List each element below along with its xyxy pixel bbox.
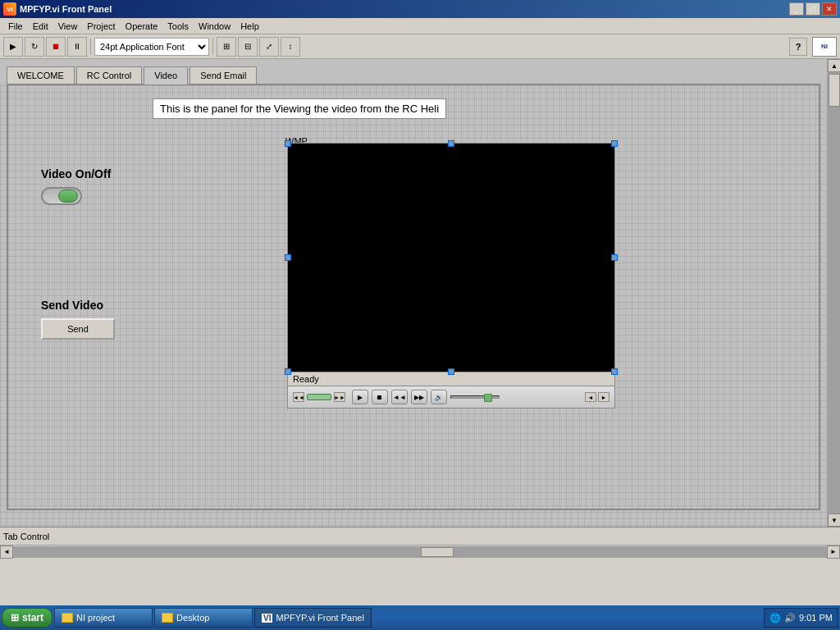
toolbar-run-button[interactable]: ▶ bbox=[3, 37, 23, 57]
ctrl-right: ◄ ► bbox=[585, 392, 609, 402]
scroll-track bbox=[828, 72, 840, 514]
handle-bl[interactable] bbox=[285, 368, 291, 375]
taskbar-item-frontpanel[interactable]: VI MPFYP.vi Front Panel bbox=[254, 608, 372, 628]
horizontal-scrollbar: ◄ ► bbox=[0, 545, 840, 558]
menu-operate[interactable]: Operate bbox=[121, 20, 163, 33]
folder-icon-2 bbox=[162, 613, 173, 623]
volume-slider[interactable] bbox=[450, 395, 500, 399]
mini-controls-left: ◄◄ ►► bbox=[293, 392, 345, 402]
start-button[interactable]: ⊞ start bbox=[2, 608, 52, 628]
handle-tl[interactable] bbox=[285, 140, 291, 147]
toolbar-align-button[interactable]: ⊞ bbox=[217, 37, 236, 57]
video-player-container: Ready ◄◄ ►► ▶ ⏹ ◄◄ ▶▶ 🔊 bbox=[287, 143, 615, 409]
volume-track[interactable] bbox=[450, 395, 500, 399]
mute-button[interactable]: 🔊 bbox=[431, 390, 447, 404]
video-mini-btn-1[interactable]: ◄◄ bbox=[293, 392, 304, 402]
toolbar-sep-2 bbox=[212, 39, 213, 55]
taskbar: ⊞ start NI project Desktop VI MPFYP.vi F… bbox=[0, 605, 840, 630]
scroll-down-button[interactable]: ▼ bbox=[828, 514, 840, 527]
toolbar-reorder-button[interactable]: ↕ bbox=[281, 37, 300, 57]
video-mini-btn-2[interactable]: ►► bbox=[334, 392, 345, 402]
video-controls: ◄◄ ►► ▶ ⏹ ◄◄ ▶▶ 🔊 ◄ bbox=[287, 386, 615, 409]
taskbar-ni-project-label: NI project bbox=[76, 613, 115, 623]
minimize-button[interactable]: _ bbox=[789, 2, 804, 16]
stop-button[interactable]: ⏹ bbox=[372, 390, 388, 404]
fast-forward-button[interactable]: ▶▶ bbox=[411, 390, 427, 404]
handle-br[interactable] bbox=[611, 368, 618, 375]
clock: 9:01 PM bbox=[799, 613, 833, 623]
title-bar: VI MPFYP.vi Front Panel _ □ ✕ bbox=[0, 0, 840, 18]
close-button[interactable]: ✕ bbox=[822, 2, 837, 16]
vertical-scrollbar: ▲ ▼ bbox=[827, 59, 840, 527]
tab-bar: WELCOME RC Control Video Send Email bbox=[0, 59, 827, 84]
menu-window[interactable]: Window bbox=[194, 20, 235, 33]
handle-bc[interactable] bbox=[448, 368, 454, 375]
toolbar-resize-button[interactable]: ⤢ bbox=[259, 37, 279, 57]
status-text: Tab Control bbox=[3, 532, 49, 541]
menu-project[interactable]: Project bbox=[82, 20, 120, 33]
menu-bar: File Edit View Project Operate Tools Win… bbox=[0, 18, 840, 34]
send-video-button[interactable]: Send bbox=[41, 318, 115, 340]
taskbar-item-desktop[interactable]: Desktop bbox=[154, 608, 253, 628]
title-bar-text: VI MPFYP.vi Front Panel bbox=[3, 2, 112, 16]
network-icon: 🌐 bbox=[769, 613, 781, 623]
tab-rc-control[interactable]: RC Control bbox=[76, 66, 142, 84]
taskbar-frontpanel-label: MPFYP.vi Front Panel bbox=[276, 613, 363, 623]
scroll-thumb[interactable] bbox=[829, 74, 840, 107]
tab-video[interactable]: Video bbox=[144, 66, 188, 84]
tab-panel: This is the panel for the Viewing the vi… bbox=[7, 84, 820, 510]
toolbar-pause-button[interactable]: ⏸ bbox=[67, 37, 87, 57]
taskbar-system-tray: 🌐 🔊 9:01 PM bbox=[764, 608, 838, 628]
menu-view[interactable]: View bbox=[53, 20, 83, 33]
help-button[interactable]: ? bbox=[789, 38, 807, 56]
h-scroll-left-button[interactable]: ◄ bbox=[0, 546, 13, 559]
volume-thumb[interactable] bbox=[484, 394, 492, 402]
h-scroll-right-button[interactable]: ► bbox=[827, 546, 840, 559]
title-bar-buttons: _ □ ✕ bbox=[789, 2, 837, 16]
ni-logo: NI bbox=[812, 37, 837, 57]
toolbar-abort-button[interactable]: ⏹ bbox=[46, 37, 66, 57]
menu-edit[interactable]: Edit bbox=[28, 20, 53, 33]
volume-icon: 🔊 bbox=[784, 613, 796, 623]
handle-tr[interactable] bbox=[611, 140, 618, 147]
app-icon: VI bbox=[3, 2, 16, 16]
handle-tc[interactable] bbox=[448, 140, 454, 147]
rewind-button[interactable]: ◄◄ bbox=[391, 390, 408, 404]
ctrl-mini-1[interactable]: ◄ bbox=[585, 392, 596, 402]
taskbar-item-ni-project[interactable]: NI project bbox=[54, 608, 153, 628]
h-scroll-track bbox=[13, 546, 827, 558]
video-screen bbox=[287, 143, 615, 372]
handle-mr[interactable] bbox=[611, 254, 618, 261]
toggle-thumb bbox=[58, 189, 78, 203]
toolbar-distribute-button[interactable]: ⊟ bbox=[238, 37, 258, 57]
main-content: WELCOME RC Control Video Send Email This… bbox=[0, 59, 827, 527]
play-button[interactable]: ▶ bbox=[352, 390, 368, 404]
progress-bar[interactable] bbox=[307, 394, 331, 400]
ctrl-mini-2[interactable]: ► bbox=[598, 392, 609, 402]
video-toggle[interactable] bbox=[41, 187, 82, 205]
folder-icon-1 bbox=[62, 613, 73, 623]
vi-icon: VI bbox=[262, 614, 272, 623]
send-video-label: Send Video bbox=[41, 299, 115, 312]
tab-welcome[interactable]: WELCOME bbox=[7, 66, 75, 84]
maximize-button[interactable]: □ bbox=[806, 2, 820, 16]
video-description: This is the panel for the Viewing the vi… bbox=[153, 98, 446, 119]
toolbar-sep-1 bbox=[90, 39, 91, 55]
menu-file[interactable]: File bbox=[3, 20, 28, 33]
video-description-wrapper: This is the panel for the Viewing the vi… bbox=[87, 98, 806, 132]
toolbar-run-cont-button[interactable]: ↻ bbox=[25, 37, 44, 57]
handle-ml[interactable] bbox=[285, 254, 291, 261]
tab-send-email[interactable]: Send Email bbox=[189, 66, 257, 84]
menu-tools[interactable]: Tools bbox=[162, 20, 194, 33]
windows-flag-icon: ⊞ bbox=[11, 612, 19, 623]
font-dropdown[interactable]: 24pt Application Font bbox=[94, 38, 209, 56]
scroll-up-button[interactable]: ▲ bbox=[828, 59, 840, 72]
h-scroll-thumb[interactable] bbox=[421, 547, 454, 557]
left-controls: Video On/Off bbox=[41, 167, 111, 205]
status-bar: Tab Control bbox=[0, 527, 840, 545]
taskbar-desktop-label: Desktop bbox=[176, 613, 209, 623]
window-title: MPFYP.vi Front Panel bbox=[20, 4, 112, 14]
send-video-section: Send Video Send bbox=[41, 299, 115, 340]
toolbar: ▶ ↻ ⏹ ⏸ 24pt Application Font ⊞ ⊟ ⤢ ↕ ? … bbox=[0, 34, 840, 59]
menu-help[interactable]: Help bbox=[235, 20, 264, 33]
